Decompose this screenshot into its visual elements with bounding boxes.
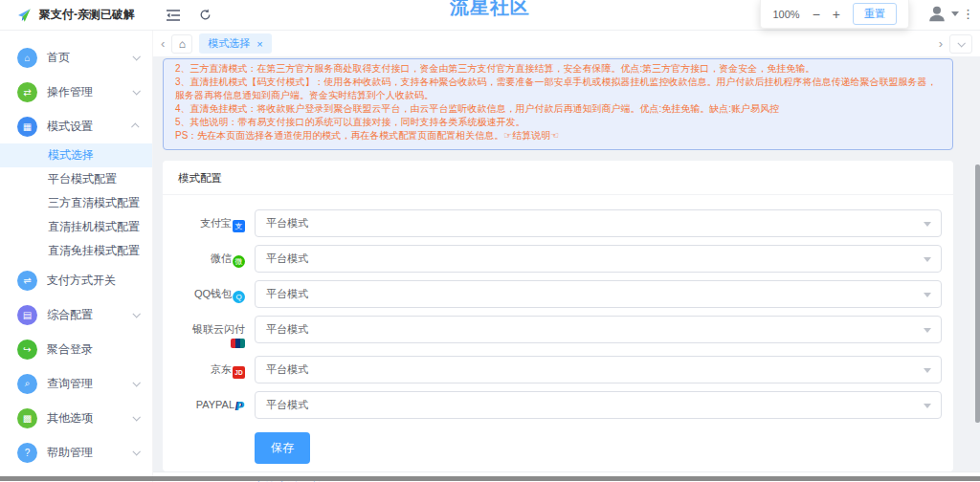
sidebar-item-label: 首页	[47, 50, 133, 66]
tab-mode-select[interactable]: 模式选择 ×	[199, 33, 271, 54]
query-icon: ⌕	[17, 374, 37, 394]
user-avatar-dropdown[interactable]	[926, 3, 959, 24]
select-caret-icon	[924, 257, 931, 262]
header-toolbar	[153, 9, 212, 21]
vertical-scrollbar[interactable]	[975, 164, 980, 423]
tabs-menu-button[interactable]	[949, 34, 972, 54]
form-row-0: 支付宝支平台模式	[163, 209, 942, 237]
sidebar-item-8[interactable]: ?帮助管理	[0, 435, 152, 470]
page-content: 2、三方直清模式：在第三方官方服务商处取得支付接口，资金由第三方支付官方直接结算…	[153, 56, 980, 482]
home-icon: ⌂	[17, 48, 37, 68]
mode-config-form: 支付宝支平台模式微信微平台模式QQ钱包Q平台模式银联云闪付平台模式京东JD平台模…	[163, 195, 953, 419]
form-row-3: 银联云闪付平台模式	[163, 316, 942, 348]
select-caret-icon	[924, 222, 931, 227]
tabs-scroll-right-icon[interactable]: ›	[939, 37, 943, 50]
aggregate-login-icon: ↪	[17, 340, 37, 360]
notice-line-2: 4、直清免挂模式：将收款账户登录到聚合联盟云平台，由云平台监听收款信息，用户付款…	[175, 102, 941, 116]
mode-select-3[interactable]: 平台模式	[255, 316, 942, 343]
save-button[interactable]: 保存	[255, 432, 310, 464]
sidebar-item-label: 帮助管理	[47, 445, 133, 461]
chevron-down-icon	[132, 87, 140, 95]
chevron-down-icon	[132, 413, 140, 421]
select-caret-icon	[924, 293, 931, 297]
channel-name: 京东	[211, 363, 232, 375]
sidebar-item-label: 模式设置	[47, 119, 133, 135]
mode-select-4[interactable]: 平台模式	[255, 356, 942, 383]
unionpay-icon	[231, 339, 245, 348]
channel-name: 微信	[211, 252, 232, 264]
sidebar-item-0[interactable]: ⌂首页	[0, 40, 152, 75]
select-value: 平台模式	[266, 322, 308, 337]
select-value: 平台模式	[266, 362, 308, 377]
select-caret-icon	[924, 368, 931, 373]
sidebar-subitem-2-4[interactable]: 直清免挂模式配置	[0, 239, 152, 263]
sidebar-item-4[interactable]: ▤综合配置	[0, 297, 152, 332]
chevron-down-icon	[957, 39, 965, 47]
rocket-icon	[15, 7, 33, 24]
channel-name: QQ钱包	[194, 288, 232, 299]
refresh-icon[interactable]	[199, 9, 212, 21]
mode-select-0[interactable]: 平台模式	[255, 209, 942, 237]
chevron-down-icon	[132, 53, 140, 60]
alipay-icon: 支	[233, 220, 245, 232]
collapse-sidebar-icon[interactable]	[167, 10, 180, 21]
select-value: 平台模式	[266, 287, 308, 301]
sidebar-item-1[interactable]: ⇄操作管理	[0, 75, 152, 109]
logo-text: 聚支付-亲测已破解	[39, 7, 135, 23]
zoom-out-button[interactable]: −	[813, 8, 820, 21]
tabs-scroll-left-icon[interactable]: ‹	[161, 37, 165, 50]
jd-icon: JD	[233, 366, 245, 379]
select-caret-icon	[924, 328, 931, 333]
sidebar-item-3[interactable]: ⇌支付方式开关	[0, 263, 152, 297]
sidebar-subitem-2-3[interactable]: 直清挂机模式配置	[0, 215, 152, 239]
sidebar-item-label: 综合配置	[47, 307, 133, 323]
tab-close-icon[interactable]: ×	[256, 38, 262, 50]
sidebar-item-label: 操作管理	[47, 84, 133, 100]
form-label: PAYPALP	[163, 391, 255, 413]
sidebar-item-label: 聚合登录	[47, 341, 139, 358]
chevron-down-icon	[132, 310, 140, 318]
zoom-reset-button[interactable]: 重置	[853, 3, 897, 25]
select-value: 平台模式	[266, 398, 308, 412]
other-options-icon: ▩	[17, 408, 37, 428]
mode-settings-icon: ▦	[17, 117, 37, 137]
sidebar-item-label: 其他选项	[47, 410, 133, 427]
qq-wallet-icon: Q	[233, 291, 245, 303]
chevron-down-icon	[132, 379, 140, 386]
sidebar-item-label: 支付方式开关	[47, 273, 139, 289]
top-header: 聚支付-亲测已破解 流星社区 100% − + 重置	[0, 0, 980, 31]
zoom-control-popup: 100% − + 重置	[760, 0, 909, 29]
chevron-down-icon	[132, 448, 140, 455]
form-row-2: QQ钱包Q平台模式	[163, 280, 942, 308]
horizontal-scrollbar[interactable]	[0, 476, 980, 481]
sidebar-subitem-2-2[interactable]: 三方直清模式配置	[0, 191, 152, 215]
mode-select-1[interactable]: 平台模式	[255, 245, 942, 273]
sidebar-subitem-2-1[interactable]: 平台模式配置	[0, 167, 152, 191]
sidebar-nav: ⌂首页⇄操作管理▦模式设置模式选择平台模式配置三方直清模式配置直清挂机模式配置直…	[0, 31, 153, 482]
channel-name: PAYPAL	[196, 399, 234, 410]
mode-select-2[interactable]: 平台模式	[255, 280, 942, 308]
payment-switch-icon: ⇌	[17, 271, 37, 291]
zoom-in-button[interactable]: +	[833, 8, 840, 21]
select-caret-icon	[924, 404, 931, 408]
content-column: ‹ ⌂ 模式选择 × › 2、三方直清模式：在第三方官方服务商处取得支付接口，资…	[153, 31, 980, 482]
form-row-4: 京东JD平台模式	[163, 356, 942, 383]
sidebar-item-6[interactable]: ⌕查询管理	[0, 366, 152, 401]
form-row-1: 微信微平台模式	[163, 245, 942, 273]
form-label: 京东JD	[163, 356, 255, 379]
help-icon: ?	[17, 443, 37, 463]
sidebar-subitem-2-0[interactable]: 模式选择	[0, 143, 152, 167]
form-label: 银联云闪付	[163, 316, 255, 348]
tab-label: 模式选择	[208, 36, 250, 51]
sidebar-item-7[interactable]: ▩其他选项	[0, 401, 152, 435]
wechat-icon: 微	[233, 255, 245, 268]
notice-line-3: 5、其他说明：带有易支付接口的系统可以直接对接，同时支持各类系统极速开发。	[175, 116, 941, 129]
mode-description-notice: 2、三方直清模式：在第三方官方服务商处取得支付接口，资金由第三方支付官方直接结算…	[163, 58, 953, 150]
paypal-icon: P	[235, 401, 245, 413]
form-label: 支付宝支	[163, 209, 255, 232]
mode-select-5[interactable]: 平台模式	[255, 391, 942, 419]
more-menu-icon[interactable]: ⋮	[962, 7, 974, 21]
sidebar-item-5[interactable]: ↪聚合登录	[0, 332, 152, 366]
sidebar-item-2[interactable]: ▦模式设置	[0, 109, 152, 143]
home-tab-button[interactable]: ⌂	[171, 34, 192, 54]
